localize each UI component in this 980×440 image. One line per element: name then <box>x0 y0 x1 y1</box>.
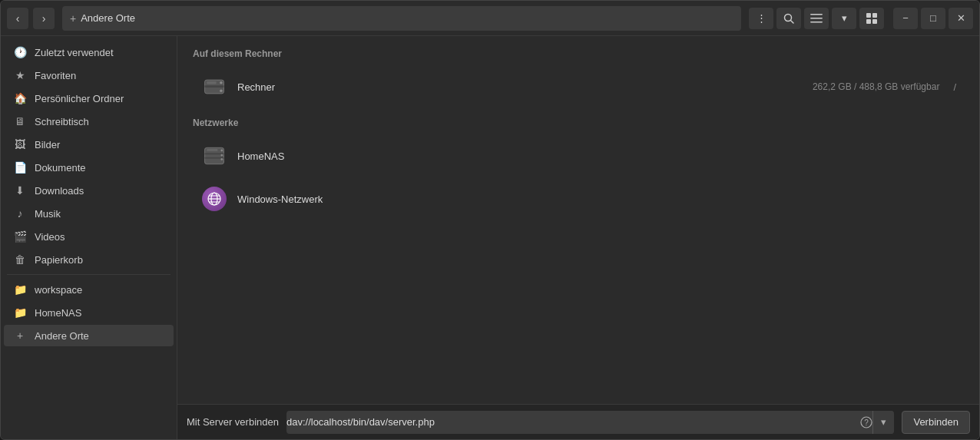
svg-point-18 <box>220 154 223 157</box>
server-dropdown-button[interactable]: ▾ <box>872 411 894 434</box>
section-network-title: Netzwerke <box>193 117 964 128</box>
sidebar-item-personal[interactable]: 🏠 Persönlicher Ordner <box>4 88 174 109</box>
desktop-icon: 🖥 <box>13 115 27 127</box>
svg-rect-16 <box>205 157 224 159</box>
grid-view-icon <box>866 13 877 24</box>
sidebar-label-desktop: Schreibtisch <box>35 116 89 127</box>
server-input-group: ? ▾ <box>286 411 894 434</box>
minimize-button[interactable]: − <box>893 8 918 29</box>
svg-rect-15 <box>205 153 224 154</box>
sidebar: 🕐 Zuletzt verwendet ★ Favoriten 🏠 Persön… <box>1 36 177 439</box>
computer-meta: 262,2 GB / 488,8 GB verfügbar <box>813 81 939 92</box>
videos-icon: 🎬 <box>13 230 27 243</box>
list-item[interactable]: Rechner 262,2 GB / 488,8 GB verfügbar / <box>193 67 964 107</box>
menu-button[interactable]: ⋮ <box>749 8 773 29</box>
sidebar-label-personal: Persönlicher Ordner <box>35 93 124 104</box>
main-panel: Auf diesem Rechner Rechner 262,2 GB / 48… <box>177 36 979 439</box>
address-plus-icon: + <box>70 12 76 25</box>
svg-line-1 <box>791 20 794 23</box>
svg-point-17 <box>220 150 223 152</box>
favorites-icon: ★ <box>13 69 27 81</box>
svg-rect-6 <box>872 13 877 18</box>
file-manager-window: ‹ › + Andere Orte ⋮ ▾ <box>0 0 980 440</box>
workspace-icon: 📁 <box>13 283 27 296</box>
homenas-net-name: HomeNAS <box>237 151 956 162</box>
svg-point-11 <box>220 81 223 84</box>
maximize-button[interactable]: □ <box>921 8 945 29</box>
sidebar-item-documents[interactable]: 📄 Dokumente <box>4 157 174 178</box>
svg-point-19 <box>220 158 223 160</box>
sidebar-label-other-places: Andere Orte <box>35 330 89 342</box>
svg-rect-8 <box>872 19 877 24</box>
list-item[interactable]: Windows-Netzwerk <box>193 179 964 219</box>
server-help-button[interactable]: ? <box>860 416 872 428</box>
svg-rect-20 <box>207 149 217 151</box>
windows-network-name: Windows-Netzwerk <box>237 194 956 205</box>
sidebar-item-music[interactable]: ♪ Musik <box>4 203 174 224</box>
list-view-icon <box>810 13 823 24</box>
sidebar-label-workspace: workspace <box>35 284 82 296</box>
downloads-icon: ⬇ <box>13 184 27 197</box>
server-address-input[interactable] <box>286 416 860 428</box>
computer-name: Rechner <box>237 81 803 93</box>
recent-icon: 🕐 <box>13 46 27 58</box>
svg-rect-7 <box>866 19 871 24</box>
svg-rect-3 <box>810 18 823 19</box>
grid-view-button[interactable] <box>859 8 884 29</box>
section-computer-title: Auf diesem Rechner <box>193 48 964 59</box>
close-button[interactable]: ✕ <box>949 8 973 29</box>
sidebar-label-documents: Dokumente <box>35 162 85 174</box>
list-item[interactable]: HomeNAS <box>193 136 964 176</box>
window-controls: − □ ✕ <box>893 8 973 29</box>
sidebar-item-other-places[interactable]: + Andere Orte <box>4 325 174 346</box>
trash-icon: 🗑 <box>13 253 27 266</box>
server-connect-label: Mit Server verbinden <box>187 416 279 428</box>
help-icon: ? <box>860 416 872 428</box>
sidebar-item-downloads[interactable]: ⬇ Downloads <box>4 180 174 201</box>
sidebar-item-pictures[interactable]: 🖼 Bilder <box>4 134 174 155</box>
connect-button[interactable]: Verbinden <box>902 411 970 434</box>
forward-button[interactable]: › <box>33 8 55 29</box>
sidebar-item-recent[interactable]: 🕐 Zuletzt verwendet <box>4 41 174 63</box>
sidebar-item-desktop[interactable]: 🖥 Schreibtisch <box>4 111 174 132</box>
windows-network-icon <box>200 185 228 213</box>
other-places-icon: + <box>13 329 27 342</box>
personal-icon: 🏠 <box>13 92 27 104</box>
list-view-button[interactable] <box>804 8 829 29</box>
computer-action: / <box>953 81 956 93</box>
homenas-icon: 📁 <box>13 306 27 319</box>
nas-icon <box>200 142 228 170</box>
back-button[interactable]: ‹ <box>7 8 28 29</box>
svg-rect-13 <box>207 81 216 84</box>
search-button[interactable] <box>776 8 801 29</box>
computer-icon <box>200 73 228 101</box>
music-icon: ♪ <box>13 207 27 220</box>
address-bar[interactable]: + Andere Orte <box>62 6 741 31</box>
sidebar-item-favorites[interactable]: ★ Favoriten <box>4 65 174 86</box>
titlebar: ‹ › + Andere Orte ⋮ ▾ <box>1 1 979 36</box>
content-area: 🕐 Zuletzt verwendet ★ Favoriten 🏠 Persön… <box>1 36 979 439</box>
documents-icon: 📄 <box>13 161 27 174</box>
pictures-icon: 🖼 <box>13 138 27 151</box>
sidebar-label-pictures: Bilder <box>35 139 60 151</box>
address-text: Andere Orte <box>81 12 135 24</box>
svg-rect-2 <box>810 14 823 15</box>
sidebar-item-videos[interactable]: 🎬 Videos <box>4 226 174 247</box>
svg-text:?: ? <box>865 418 869 427</box>
sidebar-item-trash[interactable]: 🗑 Papierkorb <box>4 249 174 270</box>
main-content: Auf diesem Rechner Rechner 262,2 GB / 48… <box>177 36 979 404</box>
svg-rect-5 <box>866 13 871 18</box>
sidebar-label-recent: Zuletzt verwendet <box>35 47 114 58</box>
network-globe-icon <box>202 187 227 211</box>
sidebar-item-homenas[interactable]: 📁 HomeNAS <box>4 302 174 323</box>
bottom-bar: Mit Server verbinden ? ▾ Verbinden <box>177 404 979 439</box>
view-options-button[interactable]: ▾ <box>832 8 856 29</box>
svg-rect-10 <box>205 85 224 88</box>
svg-point-12 <box>220 90 223 93</box>
svg-rect-4 <box>810 22 823 23</box>
sidebar-item-workspace[interactable]: 📁 workspace <box>4 279 174 300</box>
sidebar-label-favorites: Favoriten <box>35 70 76 81</box>
sidebar-label-homenas: HomeNAS <box>35 307 81 319</box>
sidebar-label-music: Musik <box>35 208 61 220</box>
sidebar-label-videos: Videos <box>35 231 65 243</box>
